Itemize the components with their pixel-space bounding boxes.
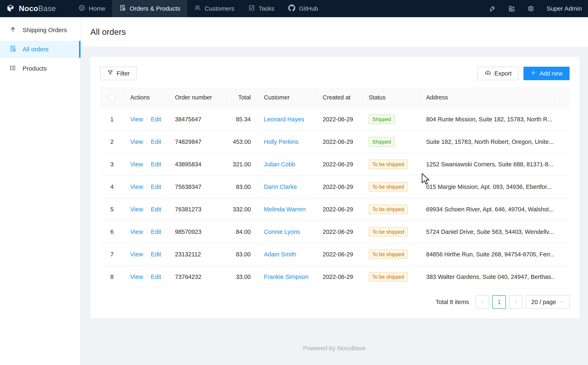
navbar-right: Super Admin	[489, 5, 582, 12]
toolbar-right: Export Add new	[478, 67, 570, 80]
row-actions: ViewEdit	[124, 153, 168, 175]
nav-item-customers[interactable]: Customers	[187, 0, 241, 17]
status-badge: To be shipped	[369, 272, 408, 281]
order-number-cell: 38475647	[168, 108, 226, 131]
row-index: 8	[100, 266, 124, 288]
created-at-cell: 2022-06-29	[316, 266, 362, 288]
orders-table-block: Filter Export	[90, 57, 579, 319]
edit-link[interactable]: Edit	[151, 183, 161, 190]
customer-link[interactable]: Adam Smith	[264, 251, 296, 258]
edit-link[interactable]: Edit	[151, 251, 161, 258]
status-badge: Shipped	[369, 115, 395, 124]
customer-link[interactable]: Melinda Warren	[264, 206, 306, 213]
address-cell: 383 Walter Gardens, Suite 040, 24947, Be…	[420, 266, 554, 288]
edit-link[interactable]: Edit	[151, 116, 161, 123]
customer-link[interactable]: Leonard Hayes	[264, 116, 304, 123]
customer-cell: Darin Clarke	[257, 175, 316, 198]
nav-item-orders-products[interactable]: Orders & Products	[112, 0, 187, 17]
address-cell: 015 Margie Mission, Apt. 093, 34936, Ebe…	[420, 175, 554, 198]
powered-by-footer: Powered by NocoBase	[80, 345, 588, 352]
divider	[147, 274, 147, 280]
edit-link[interactable]: Edit	[151, 274, 161, 280]
edit-link[interactable]: Edit	[151, 139, 161, 145]
view-link[interactable]: View	[130, 139, 143, 145]
check-square-icon	[248, 5, 255, 13]
nav-item-tasks[interactable]: Tasks	[241, 0, 282, 17]
nocobase-logo[interactable]: NocoBase	[6, 3, 56, 14]
add-new-button[interactable]: Add new	[523, 67, 570, 80]
status-cell: To be shipped	[362, 221, 420, 243]
divider	[147, 161, 147, 167]
user-menu[interactable]: Super Admin	[547, 5, 582, 12]
customer-cell: Leonard Hayes	[257, 108, 316, 131]
nav-item-label: Customers	[205, 5, 234, 12]
view-link[interactable]: View	[130, 116, 143, 123]
sidebar-item-label: All orders	[22, 46, 49, 53]
page-header: All orders	[80, 17, 588, 47]
settings-gear-icon[interactable]	[527, 5, 534, 12]
next-page-button[interactable]	[509, 295, 523, 309]
view-link[interactable]: View	[130, 161, 143, 168]
nav-item-github[interactable]: GitHub	[281, 0, 325, 17]
view-link[interactable]: View	[130, 183, 143, 190]
customer-link[interactable]: Julian Cobb	[264, 161, 295, 168]
file-done-icon	[119, 5, 126, 13]
created-at-cell: 2022-06-29	[316, 153, 362, 175]
plugin-manager-icon[interactable]	[508, 5, 515, 12]
customer-link[interactable]: Darin Clarke	[264, 183, 297, 190]
address-cell: 5724 Daniel Drive, Suite 563, 54403, Wen…	[420, 221, 554, 243]
top-navbar: NocoBase Home	[0, 0, 588, 17]
total-cell: 321.00	[226, 153, 257, 175]
view-link[interactable]: View	[130, 251, 143, 258]
page-size-select[interactable]: 20 / page	[526, 295, 570, 309]
order-number-cell: 76381273	[168, 198, 226, 221]
customer-link[interactable]: Frankie Simpson	[264, 274, 309, 280]
nav-item-home[interactable]: Home	[72, 0, 112, 17]
sidebar-item-all-orders[interactable]: All orders	[0, 41, 80, 58]
created-at-cell: 2022-06-29	[316, 198, 362, 221]
select-all-checkbox[interactable]	[109, 94, 115, 101]
select-all-cell	[100, 87, 124, 108]
sidebar-item-shipping-orders[interactable]: Shipping Orders	[0, 22, 80, 38]
sidebar-item-products[interactable]: Products	[0, 60, 80, 77]
status-cell: To be shipped	[362, 153, 420, 175]
github-icon	[288, 5, 295, 13]
order-number-cell: 98570923	[168, 221, 226, 243]
edit-link[interactable]: Edit	[151, 161, 161, 168]
edit-link[interactable]: Edit	[151, 229, 161, 235]
edit-link[interactable]: Edit	[151, 206, 161, 213]
divider	[147, 139, 147, 145]
order-number-cell: 75638347	[168, 175, 226, 198]
prev-page-button[interactable]	[476, 295, 489, 309]
view-link[interactable]: View	[130, 274, 143, 280]
filter-button[interactable]: Filter	[100, 67, 137, 80]
view-link[interactable]: View	[130, 206, 143, 213]
arrow-up-icon	[9, 26, 16, 34]
status-badge: To be shipped	[369, 205, 408, 214]
status-cell: Shipped	[362, 131, 420, 153]
status-cell: Shipped	[362, 108, 420, 131]
highlight-pen-icon[interactable]	[489, 5, 496, 12]
table-row: 1 ViewEdit 38475647 85.34 Leonard Hayes …	[100, 108, 570, 131]
total-cell: 33.00	[226, 266, 257, 288]
customer-link[interactable]: Connie Lyons	[264, 229, 300, 235]
divider	[147, 251, 147, 257]
customer-cell: Adam Smith	[257, 243, 316, 266]
col-actions: Actions	[124, 87, 168, 108]
customer-link[interactable]: Holly Perkins	[264, 139, 298, 145]
export-button[interactable]: Export	[478, 67, 519, 80]
nav-item-label: Orders & Products	[130, 5, 180, 12]
status-cell: To be shipped	[362, 243, 420, 266]
row-actions: ViewEdit	[124, 131, 168, 153]
page-1-button[interactable]: 1	[492, 295, 506, 309]
status-cell: To be shipped	[362, 266, 420, 288]
status-badge: To be shipped	[369, 227, 408, 237]
view-link[interactable]: View	[130, 229, 143, 235]
row-actions: ViewEdit	[124, 198, 168, 221]
table-row: 5 ViewEdit 76381273 332.00 Melinda Warre…	[100, 198, 570, 221]
customer-cell: Holly Perkins	[257, 131, 316, 153]
main-menu: Home Orders & Products	[72, 0, 325, 17]
row-actions: ViewEdit	[124, 243, 168, 266]
unordered-list-icon	[9, 64, 16, 73]
row-actions: ViewEdit	[124, 175, 168, 198]
